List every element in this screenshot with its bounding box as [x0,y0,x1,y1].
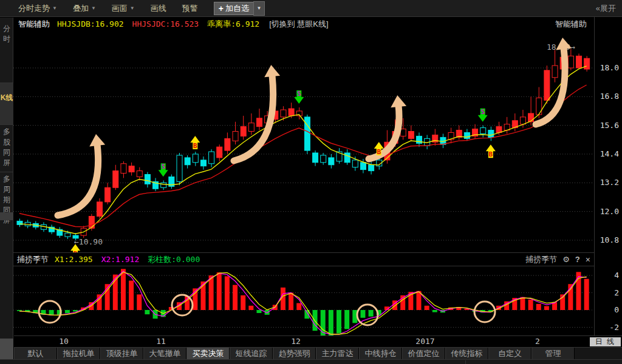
sub-indicator-title-right: 捕捞季节 [525,254,557,265]
price-tick-label: 15.6 [600,121,619,130]
sub-chart-header: 捕捞季节 X1:2.395X2:1.912彩柱数:0.000 捕捞季节 ⚙ ? … [13,252,594,266]
svg-text:B: B [489,150,493,158]
sidebar-item-kline[interactable]: K线 [0,83,13,124]
add-watchlist-button[interactable]: + 加自选 [214,2,253,15]
menu-label: 预警 [182,3,198,14]
tab-top-order[interactable]: 顶级挂单 [100,348,143,359]
divider [0,83,13,83]
plus-icon: + [219,4,224,13]
close-icon[interactable]: × [586,255,590,265]
indicator-histogram-chart[interactable] [13,267,594,335]
indicator-title: 智能辅助 [18,19,50,30]
main-chart-header: 智能辅助 HHJSJDB:16.902HHJSJDC:16.523乖离率:6.9… [14,18,622,30]
price-tick-label: 13.2 [600,178,619,187]
tab-value-position[interactable]: 价值定位 [402,348,445,359]
tab-custom[interactable]: 自定义 [488,348,531,359]
svg-text:B: B [193,142,197,150]
sidebar-item-minute[interactable]: 分时 [0,24,13,44]
caret-down-icon: ▼ [52,5,57,11]
svg-text:S: S [161,163,165,170]
menu-label: 画线 [151,3,166,14]
help-icon[interactable]: ? [575,255,580,264]
time-axis: 日 线 10111220172 [14,335,622,347]
param-X1: X1:2.395 [55,255,93,264]
price-tick-label: 16.8 [600,92,619,101]
tab-default[interactable]: 默认 [14,348,57,359]
expand-button[interactable]: «展开 [596,3,616,14]
time-axis-label: 12 [291,337,301,346]
left-sidebar: 分时K线多股同屏多周期同屏 [0,18,13,364]
price-tick-label: 18.0 [600,63,619,72]
sub-indicator-title: 捕捞季节 [17,254,49,265]
menu-label: 画面 [112,3,128,14]
time-axis-label: 11 [156,337,166,346]
param-彩柱数: 彩柱数:0.000 [148,255,200,264]
stock-chart-app: 分时走势▼叠加▼画面▼画线预警 + 加自选 ▼ «展开 分时K线多股同屏多周期同… [0,0,622,364]
indicator-tick-label: 4 [614,271,619,280]
period-selector-button[interactable]: 日 线 [590,337,621,346]
menu-timeshare-trend[interactable]: 分时走势▼ [18,3,57,14]
menu-label: 分时走势 [18,3,50,14]
sidebar-item-multi-stock[interactable]: 多股同屏 [0,127,13,168]
price-axis: 18.016.815.614.413.212.010.8420-2 [594,17,622,335]
indicator-tick-label: 0 [614,305,619,314]
divider [465,360,466,364]
tab-large-cancel[interactable]: 大笔撤单 [143,348,186,359]
top-menu-bar: 分时走势▼叠加▼画面▼画线预警 + 加自选 ▼ «展开 [0,0,622,17]
bottom-strip [0,359,622,364]
add-watchlist-label: 加自选 [225,3,249,14]
caret-down-icon: ▼ [91,5,96,11]
indicator-HHJSJDB: HHJSJDB:16.902 [57,19,124,29]
tab-short-track[interactable]: 短线追踪 [230,348,273,359]
svg-text:B: B [377,148,381,156]
tab-tractor-order[interactable]: 拖拉机单 [57,348,100,359]
indicator-tick-label: 2 [614,288,619,297]
sub-indicator-values: X1:2.395X2:1.912彩柱数:0.000 [55,254,208,265]
add-watchlist-dropdown-button[interactable]: ▼ [253,1,265,16]
time-axis-label: 10 [59,337,69,346]
param-X2: X2:1.912 [101,255,140,264]
svg-text:←10.90: ←10.90 [74,237,103,246]
caret-down-icon: ▼ [256,5,261,11]
price-tick-label: 10.8 [600,235,619,244]
menu-screen[interactable]: 画面▼ [112,3,135,14]
candlestick-chart[interactable]: ←10.9018.79→BSBSBSB [13,30,594,252]
settings-gear-icon[interactable]: ⚙ [562,255,570,264]
switch-to-kline-link[interactable]: [切换到 慧眼K线] [269,19,329,30]
time-axis-label: 2 [535,337,540,346]
price-tick-label: 14.4 [600,149,619,158]
svg-text:S: S [480,108,485,116]
tab-trend-strength[interactable]: 趋势强弱 [273,348,316,359]
tab-manage[interactable]: 管理 [531,348,575,359]
tab-classic-indicators[interactable]: 传统指标 [445,348,488,359]
indicator-HHJSJDC: HHJSJDC:16.523 [132,19,199,29]
tab-mid-position[interactable]: 中线持仓 [359,348,402,359]
menu-label: 叠加 [73,3,89,14]
menu-alert[interactable]: 预警 [182,3,198,14]
svg-text:S: S [297,90,301,98]
indicator-tick-label: -2 [609,323,619,332]
price-tick-label: 12.0 [600,207,619,216]
indicator-values: HHJSJDB:16.902HHJSJDC:16.523乖离率:6.912 [57,19,268,30]
indicator-title-right: 智能辅助 [555,19,587,30]
tab-main-force-radar[interactable]: 主力雷达 [316,348,359,359]
sidebar-spacer [0,212,13,220]
divider [0,172,13,172]
menu-group: 分时走势▼叠加▼画面▼画线预警 [18,3,214,14]
sidebar-corner-block [0,339,13,360]
tab-trade-decision[interactable]: 买卖决策 [186,348,230,359]
menu-drawline[interactable]: 画线 [151,3,166,14]
caret-down-icon: ▼ [130,5,135,11]
indicator-乖离率: 乖离率:6.912 [207,19,259,29]
divider [0,124,13,125]
time-axis-label: 2017 [415,337,434,346]
menu-overlay[interactable]: 叠加▼ [73,3,96,14]
bottom-tab-bar: 默认拖拉机单顶级挂单大笔撤单买卖决策短线追踪趋势强弱主力雷达中线持仓价值定位传统… [14,347,622,359]
